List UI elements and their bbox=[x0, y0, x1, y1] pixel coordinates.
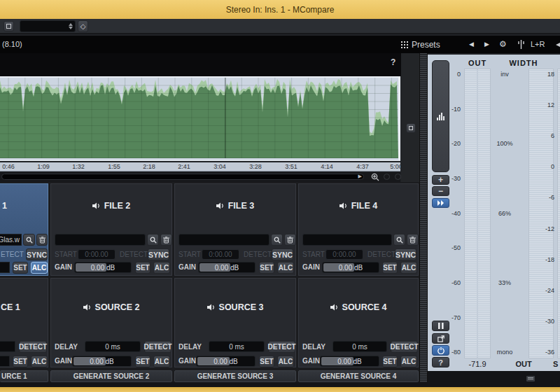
file-4-delete-button[interactable] bbox=[407, 234, 419, 246]
zoom-in-icon[interactable] bbox=[395, 174, 401, 180]
detail-window-button[interactable] bbox=[406, 123, 416, 133]
source-3-delay-field[interactable]: 0 ms bbox=[209, 341, 265, 352]
file-3-panel[interactable]: FILE 3 START 0:00.00 DETECT SYNC GAIN 0.… bbox=[174, 183, 296, 276]
file-3-alc-button[interactable]: ALC bbox=[277, 262, 294, 274]
source-1-detect-button[interactable]: DETECT bbox=[19, 341, 47, 353]
file-4-alc-button[interactable]: ALC bbox=[400, 262, 417, 274]
file-4-browse-button[interactable] bbox=[393, 234, 405, 246]
source-2-gain-slider[interactable]: 0.00 dB bbox=[72, 356, 132, 367]
source-2-delay-field[interactable]: 0 ms bbox=[85, 341, 141, 352]
presets-button[interactable]: Presets bbox=[412, 40, 440, 50]
file-3-sync-button[interactable]: SYNC bbox=[272, 248, 293, 260]
file-4-gain-slider[interactable]: 0.00 dB bbox=[322, 262, 379, 273]
source-4-gain-slider[interactable]: 0.00 dB bbox=[320, 356, 379, 367]
speaker-icon[interactable] bbox=[207, 304, 216, 311]
source-3-detect-button[interactable]: DETECT bbox=[268, 341, 295, 353]
presets-grid-icon[interactable] bbox=[401, 41, 408, 48]
file-3-browse-button[interactable] bbox=[271, 234, 283, 246]
speaker-icon[interactable] bbox=[216, 202, 225, 209]
horizontal-scrollbar[interactable]: ▶ bbox=[1, 174, 364, 180]
file-1-panel[interactable]: 1 Glas.w ETECT SYNC SET ALC bbox=[0, 183, 48, 276]
waveform-graphic bbox=[0, 78, 398, 158]
file-1-delete-button[interactable] bbox=[36, 234, 48, 246]
generate-source-4-button[interactable]: GENERATE SOURCE 4 bbox=[298, 370, 419, 382]
file-4-set-button[interactable]: SET bbox=[382, 262, 398, 274]
zoom-out-icon[interactable] bbox=[384, 174, 390, 180]
source-2-panel[interactable]: SOURCE 2 DELAY 0 ms DETECT GAIN 0.00 dB … bbox=[50, 278, 172, 368]
scrollbar-arrow-icon[interactable]: ▶ bbox=[358, 174, 362, 179]
generate-source-3-button[interactable]: GENERATE SOURCE 3 bbox=[174, 370, 296, 382]
previous-preset-icon[interactable]: ◀ bbox=[469, 41, 474, 48]
file-2-panel[interactable]: FILE 2 START 0:00.00 DETECT SYNC GAIN 0.… bbox=[50, 183, 172, 276]
source-4-panel[interactable]: SOURCE 4 DELAY 0 ms DETECT GAIN 0.00 dB … bbox=[298, 278, 419, 368]
file-1-gain-field-fragment[interactable] bbox=[0, 262, 10, 273]
source-1-alc-button[interactable]: ALC bbox=[31, 356, 48, 368]
file-4-sync-button[interactable]: SYNC bbox=[395, 248, 416, 260]
file-1-alc-button[interactable]: ALC bbox=[31, 262, 48, 274]
source-4-alc-button[interactable]: ALC bbox=[400, 356, 417, 368]
right-scale-label: -6 bbox=[549, 194, 554, 201]
source-4-set-button[interactable]: SET bbox=[382, 356, 398, 368]
file-1-filename-field[interactable]: Glas.w bbox=[0, 234, 22, 246]
zoom-icon[interactable] bbox=[371, 173, 379, 181]
wave-help-button[interactable]: ? bbox=[391, 57, 396, 67]
file-1-browse-button[interactable] bbox=[23, 234, 35, 246]
file-2-start-field[interactable]: 0:00.00 bbox=[78, 249, 115, 260]
ruler-tick-label: 4:37 bbox=[356, 163, 369, 170]
source-1-set-button[interactable]: SET bbox=[13, 356, 28, 368]
spinner-up-icon[interactable] bbox=[69, 23, 73, 26]
source-2-detect-button[interactable]: DETECT bbox=[144, 341, 172, 353]
source-3-gain-slider[interactable]: 0.00 dB bbox=[196, 356, 255, 367]
file-2-alc-button[interactable]: ALC bbox=[153, 262, 170, 274]
file-3-filename-field[interactable] bbox=[178, 234, 270, 246]
right-scale-label: 6 bbox=[551, 132, 554, 139]
next-preset-icon[interactable]: ▶ bbox=[484, 41, 489, 48]
source-3-panel[interactable]: SOURCE 3 DELAY 0 ms DETECT GAIN 0.00 dB … bbox=[174, 278, 296, 368]
out-scale-label: -60 bbox=[451, 279, 461, 286]
width-scale-label: 66% bbox=[489, 210, 520, 217]
source-4-delay-field[interactable]: 0 ms bbox=[332, 341, 387, 352]
trash-icon bbox=[410, 237, 416, 244]
meter-divider bbox=[477, 69, 478, 358]
file-3-start-field[interactable]: 0:00.00 bbox=[202, 249, 239, 260]
right-scale-label: 0 bbox=[551, 163, 554, 170]
partial-icon[interactable] bbox=[556, 41, 560, 48]
resize-grip-icon[interactable] bbox=[526, 376, 535, 382]
source-1-panel[interactable]: CE 1 DETECT SET ALC bbox=[0, 278, 48, 368]
file-3-gain-slider[interactable]: 0.00 dB bbox=[198, 262, 255, 273]
file-4-start-field[interactable]: 0:00.00 bbox=[326, 249, 363, 260]
out-meter-scale: 0-10-20-30-40-50-60-70-80 bbox=[442, 0, 462, 392]
file-2-browse-button[interactable] bbox=[147, 234, 159, 246]
file-2-set-button[interactable]: SET bbox=[135, 262, 150, 274]
file-3-delete-button[interactable] bbox=[284, 234, 296, 246]
generate-source-2-button[interactable]: GENERATE SOURCE 2 bbox=[50, 370, 172, 382]
file-4-filename-field[interactable] bbox=[302, 234, 392, 246]
source-3-set-button[interactable]: SET bbox=[259, 356, 274, 368]
file-4-panel[interactable]: FILE 4 START 0:00.00 DETECT SYNC GAIN 0.… bbox=[298, 183, 419, 276]
file-2-gain-slider[interactable]: 0.00 dB bbox=[74, 262, 132, 273]
file-2-delete-button[interactable] bbox=[160, 234, 172, 246]
file-1-sync-button[interactable]: SYNC bbox=[26, 248, 48, 260]
file-1-set-button[interactable]: SET bbox=[13, 262, 28, 274]
file-2-sync-button[interactable]: SYNC bbox=[148, 248, 169, 260]
source-4-detect-button[interactable]: DETECT bbox=[391, 341, 418, 353]
source-1-gain-field-fragment[interactable] bbox=[0, 356, 10, 367]
speaker-icon[interactable] bbox=[92, 202, 101, 209]
source-3-alc-button[interactable]: ALC bbox=[277, 356, 294, 368]
compare-button[interactable]: ◇ bbox=[78, 20, 88, 32]
host-preset-selector[interactable] bbox=[20, 20, 76, 32]
speaker-icon[interactable] bbox=[340, 202, 348, 209]
speaker-icon[interactable] bbox=[330, 304, 339, 311]
file-2-filename-field[interactable] bbox=[55, 234, 146, 246]
spinner-down-icon[interactable] bbox=[69, 27, 73, 29]
speaker-icon[interactable] bbox=[83, 304, 92, 311]
waveform-display[interactable] bbox=[0, 76, 400, 161]
file-3-set-button[interactable]: SET bbox=[259, 262, 274, 274]
window-mode-button[interactable] bbox=[4, 21, 14, 31]
ruler-tick-label: 2:18 bbox=[143, 163, 155, 170]
source-2-set-button[interactable]: SET bbox=[135, 356, 150, 368]
source-1-delay-field-fragment[interactable] bbox=[0, 341, 15, 352]
source-2-alc-button[interactable]: ALC bbox=[153, 356, 170, 368]
vertical-scrollbar[interactable] bbox=[419, 53, 428, 386]
generate-source-1-button[interactable]: URCE 1 bbox=[0, 370, 48, 382]
